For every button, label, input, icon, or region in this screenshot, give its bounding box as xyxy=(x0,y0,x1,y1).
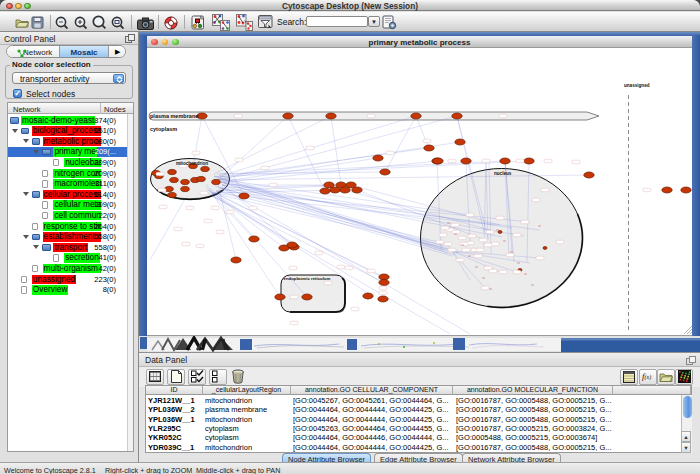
svg-text:cytoplasm: cytoplasm xyxy=(150,126,177,132)
svg-text:endoplasmic reticulum: endoplasmic reticulum xyxy=(284,276,331,281)
svg-text:nucleus: nucleus xyxy=(494,171,512,176)
svg-text:plasma membrane: plasma membrane xyxy=(150,113,198,119)
svg-text:mitochondrion: mitochondrion xyxy=(176,161,208,166)
svg-text:unassigned: unassigned xyxy=(624,83,650,88)
